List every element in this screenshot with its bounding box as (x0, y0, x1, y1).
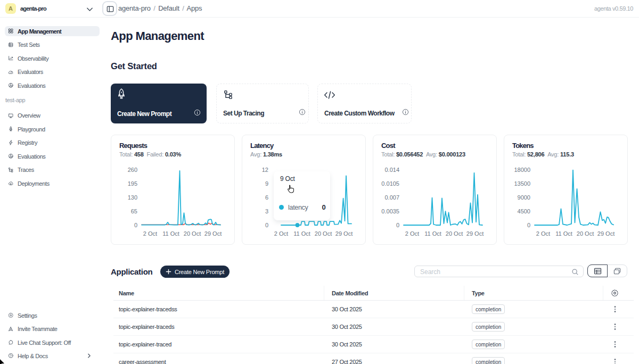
svg-text:20 Oct: 20 Oct (315, 230, 332, 237)
svg-text:195: 195 (128, 180, 137, 187)
svg-text:2 Oct: 2 Oct (405, 230, 419, 237)
svg-text:29 Oct: 29 Oct (335, 230, 353, 237)
svg-text:0: 0 (527, 222, 530, 228)
svg-text:11 Oct: 11 Oct (293, 230, 310, 237)
svg-text:29 Oct: 29 Oct (204, 230, 222, 237)
svg-text:9000: 9000 (518, 194, 530, 201)
svg-text:0.007: 0.007 (384, 194, 399, 201)
svg-text:4500: 4500 (518, 208, 530, 214)
svg-text:0.014: 0.014 (384, 167, 399, 173)
svg-text:18000: 18000 (514, 167, 530, 173)
svg-text:20 Oct: 20 Oct (446, 230, 463, 237)
svg-text:13500: 13500 (514, 180, 530, 187)
svg-text:20 Oct: 20 Oct (577, 230, 594, 237)
svg-text:130: 130 (128, 194, 137, 201)
svg-text:6: 6 (265, 194, 268, 201)
svg-text:260: 260 (128, 167, 137, 173)
svg-text:11 Oct: 11 Oct (162, 230, 179, 237)
svg-text:2 Oct: 2 Oct (274, 230, 288, 237)
svg-text:20 Oct: 20 Oct (184, 230, 201, 237)
svg-text:0: 0 (396, 222, 399, 228)
svg-text:65: 65 (131, 208, 137, 214)
svg-text:11 Oct: 11 Oct (424, 230, 441, 237)
svg-text:29 Oct: 29 Oct (466, 230, 484, 237)
svg-text:9: 9 (265, 180, 268, 187)
svg-text:0: 0 (134, 222, 137, 228)
svg-text:11 Oct: 11 Oct (555, 230, 572, 237)
svg-text:12: 12 (262, 167, 268, 173)
svg-text:3: 3 (265, 208, 268, 214)
svg-text:0: 0 (265, 222, 268, 228)
svg-text:2 Oct: 2 Oct (536, 230, 550, 237)
svg-text:0.0105: 0.0105 (381, 180, 399, 187)
svg-text:0.0035: 0.0035 (381, 208, 399, 214)
svg-text:2 Oct: 2 Oct (143, 230, 157, 237)
svg-text:29 Oct: 29 Oct (597, 230, 615, 237)
